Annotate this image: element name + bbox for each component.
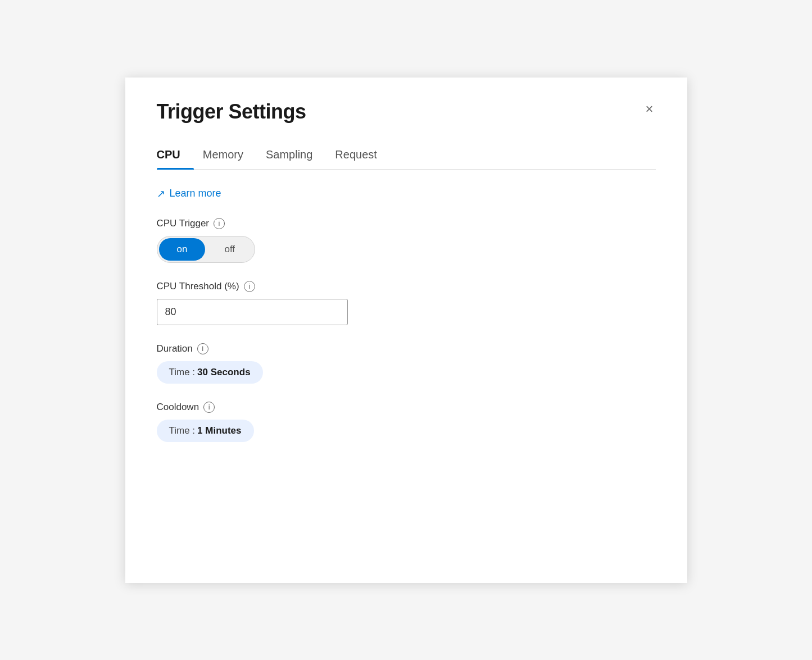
cooldown-label-row: Cooldown i (157, 402, 656, 413)
cpu-threshold-label: CPU Threshold (%) (157, 281, 239, 292)
dialog-header: Trigger Settings × (157, 100, 656, 124)
cpu-trigger-label: CPU Trigger (157, 218, 210, 229)
duration-time-prefix: Time : (169, 367, 196, 378)
cooldown-time-prefix: Time : (169, 425, 196, 436)
duration-badge[interactable]: Time : 30 Seconds (157, 361, 263, 384)
cooldown-info-icon[interactable]: i (203, 402, 215, 413)
tab-memory[interactable]: Memory (203, 142, 257, 169)
duration-section: Duration i Time : 30 Seconds (157, 343, 656, 384)
toggle-on-button[interactable]: on (159, 238, 206, 261)
cpu-threshold-input[interactable] (157, 299, 348, 325)
trigger-settings-dialog: Trigger Settings × CPU Memory Sampling R… (125, 78, 687, 583)
tab-cpu[interactable]: CPU (157, 142, 194, 169)
learn-more-section: ↗ Learn more (157, 188, 656, 200)
cpu-trigger-label-row: CPU Trigger i (157, 218, 656, 229)
cpu-threshold-info-icon[interactable]: i (244, 281, 255, 292)
learn-more-text: Learn more (170, 188, 221, 199)
cpu-trigger-section: CPU Trigger i on off (157, 218, 656, 263)
dialog-title: Trigger Settings (157, 100, 306, 124)
duration-label-row: Duration i (157, 343, 656, 354)
cooldown-time-value: 1 Minutes (197, 425, 241, 436)
tab-request[interactable]: Request (335, 142, 391, 169)
duration-label: Duration (157, 343, 193, 354)
duration-info-icon[interactable]: i (197, 343, 208, 354)
cooldown-section: Cooldown i Time : 1 Minutes (157, 402, 656, 442)
duration-time-value: 30 Seconds (197, 367, 251, 378)
toggle-off-button[interactable]: off (206, 238, 253, 261)
cpu-threshold-label-row: CPU Threshold (%) i (157, 281, 656, 292)
tabs-container: CPU Memory Sampling Request (157, 142, 656, 170)
cooldown-badge[interactable]: Time : 1 Minutes (157, 420, 254, 442)
close-button[interactable]: × (643, 100, 655, 118)
cpu-trigger-info-icon[interactable]: i (214, 218, 225, 229)
learn-more-link[interactable]: ↗ Learn more (157, 188, 221, 200)
cpu-threshold-section: CPU Threshold (%) i (157, 281, 656, 325)
cpu-trigger-toggle[interactable]: on off (157, 236, 256, 263)
tab-sampling[interactable]: Sampling (266, 142, 326, 169)
external-link-icon: ↗ (157, 188, 165, 200)
cooldown-label: Cooldown (157, 402, 199, 413)
